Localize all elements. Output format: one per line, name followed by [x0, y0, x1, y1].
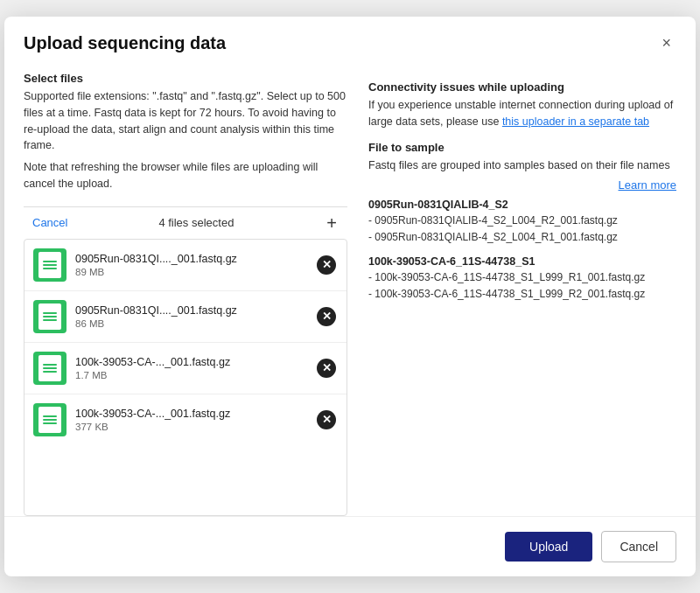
learn-more-link[interactable]: Learn more — [619, 178, 676, 192]
sample-group: 100k-39053-CA-6_11S-44738_S1- 100k-39053… — [368, 255, 676, 303]
files-selected-count: 4 files selected — [158, 216, 234, 229]
sample-file: - 0905Run-0831QIALIB-4_S2_L004_R1_001.fa… — [368, 229, 676, 246]
file-icon-line — [43, 261, 57, 262]
file-name: 100k-39053-CA-..._001.fastq.gz — [75, 408, 306, 420]
file-icon-line — [43, 264, 57, 266]
cancel-button[interactable]: Cancel — [601, 531, 676, 562]
sample-file: - 0905Run-0831QIALIB-4_S2_L004_R2_001.fa… — [368, 213, 676, 229]
cancel-selection-link[interactable]: Cancel — [32, 216, 67, 229]
file-icon-inner — [38, 252, 61, 278]
file-icon-line — [43, 415, 57, 417]
file-to-sample-title: File to sample — [368, 141, 676, 154]
remove-file-button[interactable]: ✕ — [315, 408, 338, 431]
file-list: 0905Run-0831QI...._001.fastq.gz 89 MB ✕ … — [24, 239, 347, 517]
file-to-sample-desc: Fastq files are grouped into samples bas… — [368, 157, 676, 174]
dialog-footer: Upload Cancel — [4, 516, 696, 576]
sample-file: - 100k-39053-CA-6_11S-44738_S1_L999_R2_0… — [368, 286, 676, 303]
upload-dialog: Upload sequencing data × Select files Su… — [4, 17, 696, 576]
select-files-description2: Note that refreshing the browser while f… — [24, 159, 347, 192]
remove-icon: ✕ — [317, 359, 336, 378]
connectivity-title: Connectivity issues while uploading — [368, 80, 676, 94]
file-size: 377 KB — [75, 422, 306, 432]
remove-file-button[interactable]: ✕ — [315, 305, 338, 328]
file-icon-line — [43, 419, 57, 421]
file-icon-inner — [38, 303, 61, 330]
file-icon-line — [43, 367, 57, 369]
dialog-title: Upload sequencing data — [24, 33, 226, 53]
file-size: 89 MB — [75, 267, 306, 277]
separate-tab-link[interactable]: this uploader in a separate tab — [502, 115, 649, 128]
connectivity-desc: If you experience unstable internet conn… — [368, 97, 676, 130]
file-icon-line — [43, 422, 57, 424]
dialog-body: Select files Supported file extensions: … — [4, 63, 696, 516]
file-icon — [33, 300, 66, 333]
file-list-header: Cancel 4 files selected + — [24, 206, 347, 239]
file-size: 1.7 MB — [75, 370, 306, 380]
file-icon-line — [43, 371, 57, 373]
file-info: 0905Run-0831QI...._001.fastq.gz 86 MB — [75, 304, 306, 329]
left-panel: Select files Supported file extensions: … — [24, 63, 347, 516]
upload-button[interactable]: Upload — [505, 532, 592, 562]
file-icon-line — [43, 316, 57, 317]
file-info: 100k-39053-CA-..._001.fastq.gz 377 KB — [75, 408, 306, 432]
file-icon-line — [43, 364, 57, 366]
select-files-description1: Supported file extensions: ".fastq" and … — [24, 88, 347, 154]
file-size: 86 MB — [75, 318, 306, 329]
file-icon-line — [43, 319, 57, 321]
remove-file-button[interactable]: ✕ — [315, 254, 338, 276]
remove-icon: ✕ — [317, 255, 336, 275]
close-button[interactable]: × — [656, 32, 676, 54]
file-info: 100k-39053-CA-..._001.fastq.gz 1.7 MB — [75, 356, 306, 380]
file-icon — [33, 248, 66, 282]
sample-group-name: 100k-39053-CA-6_11S-44738_S1 — [368, 255, 676, 268]
sample-group-name: 0905Run-0831QIALIB-4_S2 — [368, 199, 676, 211]
remove-icon: ✕ — [317, 307, 336, 326]
file-icon-line — [43, 268, 57, 269]
sample-group: 0905Run-0831QIALIB-4_S2- 0905Run-0831QIA… — [368, 199, 676, 246]
file-icon — [33, 403, 66, 436]
right-panel: Connectivity issues while uploading If y… — [368, 63, 676, 516]
file-item: 0905Run-0831QI...._001.fastq.gz 89 MB ✕ — [24, 240, 346, 291]
file-item: 0905Run-0831QI...._001.fastq.gz 86 MB ✕ — [24, 291, 346, 343]
add-files-button[interactable]: + — [325, 214, 339, 232]
file-icon-inner — [38, 355, 61, 381]
file-item: 100k-39053-CA-..._001.fastq.gz 377 KB ✕ — [24, 394, 346, 445]
file-name: 0905Run-0831QI...._001.fastq.gz — [75, 304, 306, 317]
sample-file: - 100k-39053-CA-6_11S-44738_S1_L999_R1_0… — [368, 269, 676, 286]
remove-file-button[interactable]: ✕ — [315, 357, 338, 380]
dialog-header: Upload sequencing data × — [4, 17, 696, 63]
select-files-title: Select files — [24, 72, 347, 85]
file-icon — [33, 352, 66, 385]
file-icon-inner — [38, 407, 61, 433]
file-name: 100k-39053-CA-..._001.fastq.gz — [75, 356, 306, 368]
file-info: 0905Run-0831QI...._001.fastq.gz 89 MB — [75, 253, 306, 277]
learn-more-row: Learn more — [368, 178, 676, 192]
file-name: 0905Run-0831QI...._001.fastq.gz — [75, 253, 306, 265]
file-icon-line — [43, 312, 57, 314]
remove-icon: ✕ — [317, 410, 336, 429]
sample-groups: 0905Run-0831QIALIB-4_S2- 0905Run-0831QIA… — [368, 199, 676, 303]
file-item: 100k-39053-CA-..._001.fastq.gz 1.7 MB ✕ — [24, 343, 346, 394]
